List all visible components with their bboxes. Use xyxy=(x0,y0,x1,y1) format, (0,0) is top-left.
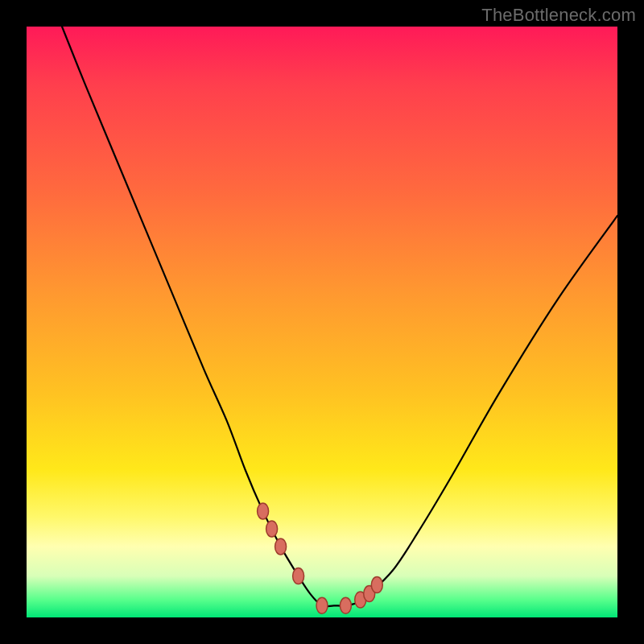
chart-frame: TheBottleneck.com xyxy=(0,0,644,644)
trough-marker xyxy=(275,539,287,555)
trough-markers xyxy=(258,503,383,613)
trough-marker xyxy=(266,521,278,537)
trough-marker xyxy=(258,503,269,519)
bottleneck-curve xyxy=(62,27,617,606)
chart-svg xyxy=(27,27,617,617)
trough-marker xyxy=(340,597,351,613)
trough-marker xyxy=(293,568,304,584)
watermark-label: TheBottleneck.com xyxy=(481,5,636,26)
trough-marker xyxy=(371,577,382,593)
trough-marker xyxy=(316,597,328,613)
plot-area xyxy=(27,27,617,617)
